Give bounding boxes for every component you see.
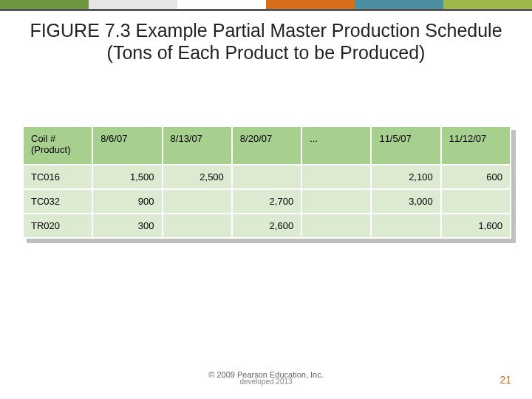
cell-value: 300 <box>92 214 162 238</box>
cell-value: 2,700 <box>232 189 301 214</box>
schedule-table-container: Coil #(Product) 8/6/07 8/13/07 8/20/07 .… <box>22 126 511 239</box>
cell-product: TR020 <box>23 214 92 238</box>
cell-value <box>232 165 301 189</box>
cell-value <box>301 214 371 238</box>
table-row: TR020 300 2,600 1,600 <box>23 214 511 238</box>
col-product: Coil #(Product) <box>23 126 92 165</box>
table-header-row: Coil #(Product) 8/6/07 8/13/07 8/20/07 .… <box>23 126 511 165</box>
col-date-5: 11/12/07 <box>441 126 511 165</box>
cell-product: TC016 <box>23 165 92 189</box>
cell-value: 900 <box>92 189 162 214</box>
col-date-3: 8/20/07 <box>232 126 301 165</box>
decorative-underline <box>0 9 532 11</box>
cell-value: 600 <box>441 165 511 189</box>
col-date-2: 8/13/07 <box>163 126 232 165</box>
cell-value <box>301 165 371 189</box>
cell-value: 2,600 <box>232 214 301 238</box>
cell-value <box>301 189 371 214</box>
cell-value <box>163 214 232 238</box>
decorative-color-bar <box>0 0 532 9</box>
cell-value: 3,000 <box>371 189 440 214</box>
table-row: TC032 900 2,700 3,000 <box>23 189 511 214</box>
cell-value: 1,600 <box>441 214 511 238</box>
footer-copyright: © 2009 Pearson Education, Inc. developed… <box>0 370 532 386</box>
schedule-table: Coil #(Product) 8/6/07 8/13/07 8/20/07 .… <box>22 126 511 239</box>
cell-value: 2,500 <box>163 165 232 189</box>
col-date-4: 11/5/07 <box>371 126 440 165</box>
page-number: 21 <box>499 374 511 386</box>
table-row: TC016 1,500 2,500 2,100 600 <box>23 165 511 189</box>
cell-value <box>163 189 232 214</box>
figure-title: FIGURE 7.3 Example Partial Master Produc… <box>0 19 532 64</box>
cell-value <box>371 214 440 238</box>
col-date-1: 8/6/07 <box>92 126 162 165</box>
col-ellipsis: ... <box>301 126 371 165</box>
cell-value: 2,100 <box>371 165 440 189</box>
cell-value: 1,500 <box>92 165 162 189</box>
cell-value <box>441 189 511 214</box>
cell-product: TC032 <box>23 189 92 214</box>
